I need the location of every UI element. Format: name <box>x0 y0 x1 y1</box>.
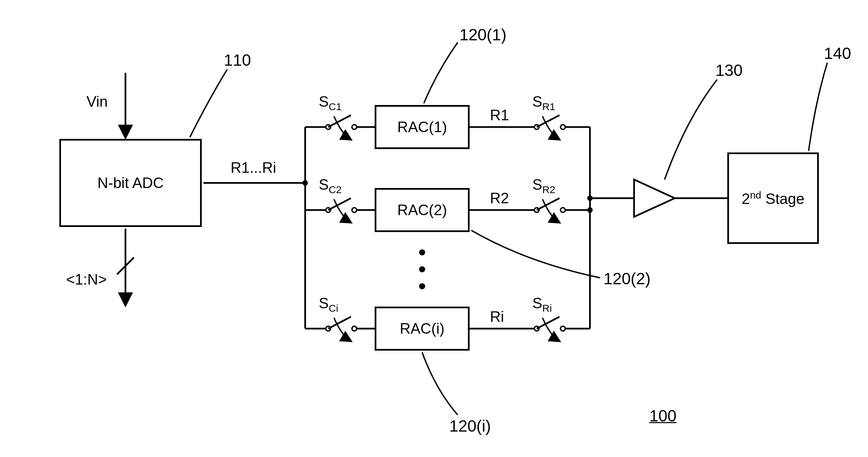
leader-110 <box>190 69 227 137</box>
row1-wires <box>305 115 590 140</box>
svg-point-27 <box>560 326 565 331</box>
rowi-wires <box>305 317 590 341</box>
svg-line-13 <box>328 198 351 210</box>
svg-line-3 <box>328 115 351 127</box>
rail-junction-left <box>302 180 308 186</box>
leader-120-2 <box>471 230 600 278</box>
svg-line-18 <box>537 198 559 210</box>
svg-point-22 <box>352 326 357 331</box>
circuit-diagram: N-bit ADC RAC(1) RAC(2) RAC(i) 2nd Stage… <box>0 0 868 457</box>
ellipsis-dot <box>419 249 425 255</box>
svg-point-12 <box>352 208 357 212</box>
svg-line-8 <box>537 115 559 127</box>
svg-point-2 <box>352 125 357 129</box>
diagram-svg <box>0 0 868 457</box>
leader-140 <box>809 63 827 151</box>
svg-line-23 <box>328 317 351 329</box>
leader-120-i <box>422 352 458 415</box>
leader-120-1 <box>424 42 458 103</box>
svg-line-28 <box>537 317 559 329</box>
ellipsis-dot <box>419 266 425 272</box>
leader-130 <box>665 80 717 180</box>
svg-point-7 <box>560 125 565 129</box>
rail-junction-right-mid <box>587 207 593 213</box>
ellipsis-dot <box>419 283 425 289</box>
amplifier-icon <box>634 180 675 217</box>
svg-point-17 <box>560 208 565 212</box>
row2-wires <box>305 198 590 223</box>
